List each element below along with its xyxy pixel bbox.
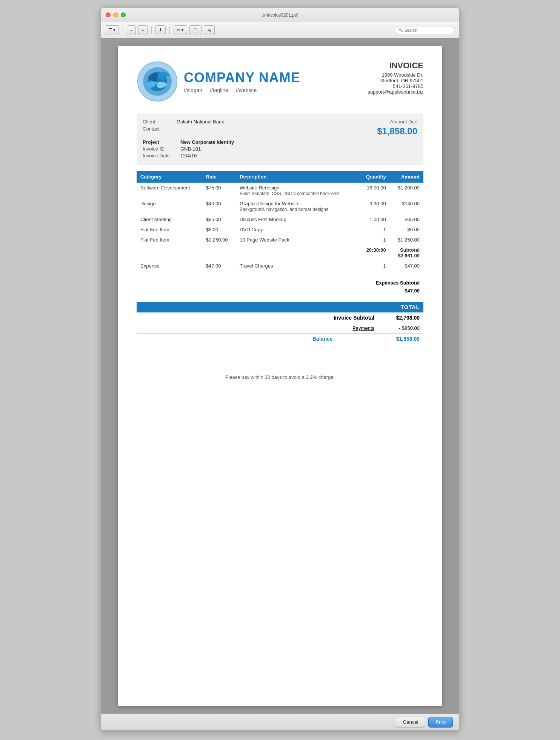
row-category: Software Development (137, 183, 202, 198)
row-quantity: 1 (358, 235, 389, 245)
toolbar: ☰ ▾ − + ⬆ ✏ ▾ 📋 🖨 🔍 (101, 22, 459, 38)
invoice-subtotal-label: Invoice Subtotal (309, 312, 378, 323)
total-header-row: TOTAL (137, 302, 423, 312)
company-slogan: //slogan (184, 87, 202, 93)
clipboard-button[interactable]: 📋 (189, 25, 202, 35)
chevron-down-small-icon: ▾ (182, 28, 184, 32)
col-quantity: Quantity (358, 171, 389, 183)
bottom-bar: Cancel Print (101, 714, 459, 730)
traffic-lights (106, 12, 126, 17)
row-description: Discuss First Mockup (236, 214, 358, 225)
company-website: //website (236, 87, 257, 93)
invoice-footer: Please pay within 30 days to avoid a 2.2… (137, 374, 423, 380)
row-description: DVD Copy (236, 225, 358, 235)
pen-icon: ✏ (177, 28, 180, 32)
contact-label: Contact (143, 126, 173, 132)
annotate-button[interactable]: ✏ ▾ (174, 25, 187, 35)
company-name: COMPANY NAME (184, 70, 300, 86)
row-rate: $6.00 (202, 225, 236, 235)
client-left: Client Goliath National Bank Contact Pro… (143, 119, 280, 160)
subtotal-cell: Subtotal $2,661.00 (390, 245, 423, 261)
invoice-date-value: 12/4/16 (180, 153, 197, 158)
sidebar-toggle-button[interactable]: ☰ ▾ (105, 25, 119, 35)
row-amount: $6.00 (390, 225, 423, 235)
cancel-button[interactable]: Cancel (396, 717, 425, 728)
invoice-subtotal-value: $2,708.00 (378, 312, 423, 323)
row-rate: $1,250.00 (202, 235, 236, 245)
toolbar-separator-1 (123, 26, 123, 34)
company-phone: 541-261-9785 (368, 83, 423, 89)
row-rate: $47.00 (202, 261, 236, 271)
window-title: tn-invoice9201.pdf (262, 12, 298, 18)
clipboard-icon: 📋 (193, 28, 198, 32)
pdf-viewer: COMPANY NAME //slogan //tagline //websit… (101, 38, 459, 714)
search-field[interactable]: 🔍 (395, 26, 455, 34)
row-rate: $75.00 (202, 183, 236, 198)
app-window: tn-invoice9201.pdf ☰ ▾ − + ⬆ ✏ ▾ 📋 🖨 (101, 8, 459, 731)
row-amount: $47.00 (390, 261, 423, 271)
row-quantity: 1 (358, 261, 389, 271)
company-name-section: COMPANY NAME //slogan //tagline //websit… (184, 70, 300, 93)
payments-value: - $850.00 (378, 323, 423, 334)
balance-label: Balance (309, 334, 378, 345)
zoom-out-button[interactable]: − (127, 25, 136, 35)
col-description: Description (236, 171, 358, 183)
row-quantity: 16:00:00 (358, 183, 389, 198)
maximize-button[interactable] (121, 12, 126, 17)
subtotal-time: 20:30:00 (358, 245, 389, 261)
row-description: Travel Charges (236, 261, 358, 271)
row-category: Flat Fee Item (137, 225, 202, 235)
share-icon: ⬆ (159, 28, 162, 32)
search-input[interactable] (404, 28, 452, 32)
col-category: Category (137, 171, 202, 183)
subtotal-row: 20:30:00 Subtotal $2,661.00 (137, 245, 423, 261)
share-button[interactable]: ⬆ (155, 25, 166, 35)
payments-label: Payments (309, 323, 378, 334)
row-quantity: 3:30:00 (358, 198, 389, 214)
toolbar-separator-3 (169, 26, 170, 34)
minimize-button[interactable] (113, 12, 118, 17)
client-label: Client (143, 119, 173, 125)
table-row: Flat Fee Item $1,250.00 10 Page Website … (137, 235, 423, 245)
invoice-title: INVOICE (368, 61, 423, 71)
print-button[interactable]: Print (428, 717, 453, 728)
row-category: Flat Fee Item (137, 235, 202, 245)
invoice-id-label: Invoice ID (143, 146, 177, 152)
row-category: Expense (137, 261, 202, 271)
expenses-subtotal-value-row: $47.00 (372, 287, 423, 294)
close-button[interactable] (106, 12, 111, 17)
balance-value: $1,858.00 (378, 334, 423, 345)
logo-section: COMPANY NAME //slogan //tagline //websit… (137, 61, 300, 102)
total-header-text: TOTAL (401, 304, 420, 310)
row-amount: $1,200.00 (390, 183, 423, 198)
zoom-out-icon: − (130, 28, 132, 32)
table-header-row: Category Rate Description Quantity Amoun… (137, 171, 423, 183)
client-section: Client Goliath National Bank Contact Pro… (137, 114, 423, 165)
col-rate: Rate (202, 171, 236, 183)
row-description: Website Redesign Build Template, CSS, JS… (236, 183, 358, 198)
project-value: New Corporate Identity (180, 139, 234, 145)
invoice-info-right: INVOICE 1999 Woodside Dr. Medford, OR 97… (368, 61, 423, 95)
zoom-in-button[interactable]: + (138, 25, 147, 35)
row-amount: $1,250.00 (390, 235, 423, 245)
client-row: Client Goliath National Bank (143, 119, 280, 125)
invoice-table: Category Rate Description Quantity Amoun… (137, 171, 423, 271)
row-rate: $40.00 (202, 198, 236, 214)
chevron-down-icon: ▾ (113, 28, 115, 32)
row-description: Graphic Design for Website Background, n… (236, 198, 358, 214)
row-category: Design (137, 198, 202, 214)
project-row: Project New Corporate Identity (143, 139, 280, 145)
company-email: support@applesource.biz (368, 89, 423, 95)
print-icon: 🖨 (207, 28, 211, 32)
title-bar: tn-invoice9201.pdf (101, 8, 459, 22)
company-tagline: //slogan //tagline //website (184, 87, 300, 93)
row-amount: $65.00 (390, 214, 423, 225)
row-quantity: 1:00:00 (358, 214, 389, 225)
print-toolbar-button[interactable]: 🖨 (204, 25, 215, 35)
amount-due-label: Amount Due (280, 119, 417, 125)
table-row: Design $40.00 Graphic Design for Website… (137, 198, 423, 214)
company-logo (137, 61, 178, 102)
balance-spacer (137, 334, 309, 345)
invoice-id-value: GNB-101 (180, 146, 201, 152)
invoice-id-row: Invoice ID GNB-101 (143, 146, 280, 152)
